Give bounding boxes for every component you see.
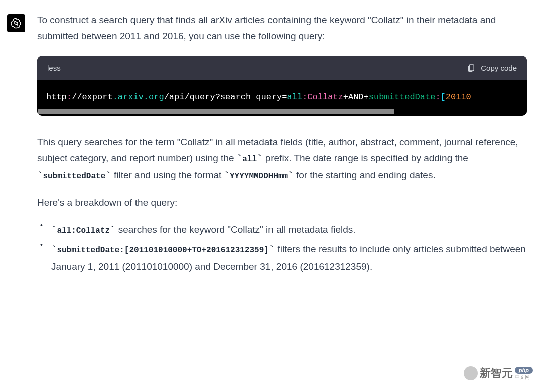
code-token: .arxiv (113, 92, 144, 102)
clipboard-icon (467, 63, 476, 72)
list-item: `submittedDate:[201101010000+TO+20161231… (51, 241, 527, 275)
text-span: prefix. The date range is specified by a… (262, 153, 468, 163)
watermark-text: 新智元 (480, 366, 513, 381)
assistant-avatar (7, 14, 25, 32)
breakdown-list: `all:Collatz` searches for the keyword "… (37, 222, 527, 275)
code-token: [ (441, 92, 446, 102)
code-token: http (46, 92, 67, 102)
code-language-label: less (47, 62, 61, 75)
php-badge: php (515, 367, 533, 374)
code-token: + (343, 92, 348, 102)
inline-code: submittedDate:[201101010000+TO+201612312… (57, 246, 268, 255)
breakdown-intro: Here's a breakdown of the query: (37, 195, 527, 211)
code-token: : (435, 92, 440, 102)
code-token: + (364, 92, 369, 102)
intro-paragraph: To construct a search query that finds a… (37, 12, 527, 45)
copy-code-button[interactable]: Copy code (467, 63, 517, 72)
code-token: all (287, 92, 303, 102)
openai-logo-icon (10, 17, 22, 29)
text-span: filter and using the format (111, 170, 224, 180)
code-content[interactable]: http://export.arxiv.org/api/query?search… (37, 80, 527, 109)
watermark-subtext: 中文网 (515, 375, 530, 380)
code-token: :Collatz (302, 92, 343, 102)
assistant-message: To construct a search query that finds a… (0, 0, 542, 278)
code-block: less Copy code http://export.arxiv.org/a… (37, 56, 527, 116)
explanation-paragraph: This query searches for the term "Collat… (37, 134, 527, 184)
inline-code: submittedDate (43, 172, 105, 181)
inline-code: all:Collatz (57, 226, 110, 235)
copy-code-label: Copy code (481, 64, 517, 72)
watermark-logo-icon (464, 366, 478, 380)
inline-code: all (242, 155, 257, 164)
code-token: /api/query?search_query= (164, 92, 287, 102)
svg-rect-0 (470, 65, 474, 71)
code-token: : (67, 92, 72, 102)
text-span: searches for the keyword "Collatz" in al… (115, 224, 355, 235)
code-token: .org (144, 92, 164, 102)
code-header: less Copy code (37, 56, 527, 81)
code-token: //export (72, 92, 113, 102)
inline-code: YYYYMMDDHHmm (230, 172, 288, 181)
text-span: for the starting and ending dates. (294, 170, 436, 180)
watermark-right: 新智元 php 中文网 (464, 366, 533, 381)
scrollbar-thumb[interactable] (38, 109, 394, 114)
code-token: AND (348, 92, 364, 102)
code-token: submittedDate (369, 92, 436, 102)
code-token: 20110 (446, 92, 471, 102)
message-body: To construct a search query that finds a… (37, 12, 532, 278)
horizontal-scrollbar[interactable] (37, 109, 527, 116)
list-item: `all:Collatz` searches for the keyword "… (51, 222, 527, 238)
